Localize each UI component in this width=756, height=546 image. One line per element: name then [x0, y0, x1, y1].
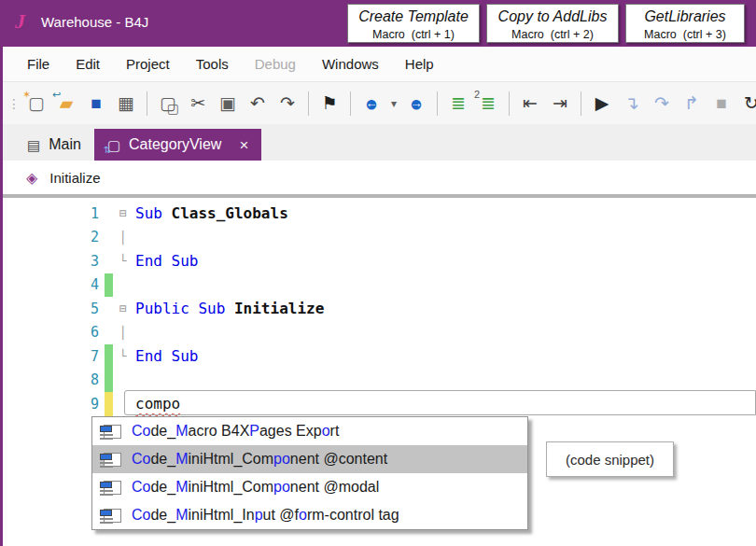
change-bar: [105, 226, 113, 250]
restart-icon[interactable]: ↻: [736, 89, 756, 119]
run-icon[interactable]: ▶: [587, 89, 617, 119]
bookmark-icon[interactable]: ⚑: [315, 89, 344, 119]
code-line[interactable]: 6│: [3, 321, 756, 345]
open-file-icon[interactable]: ▰↩: [51, 89, 81, 119]
uncomment-icon[interactable]: ≣2: [473, 89, 503, 119]
fold-toggle-icon[interactable]: ⊟: [113, 301, 133, 315]
close-icon[interactable]: ×: [239, 137, 248, 153]
line-number: 4: [3, 276, 99, 293]
snippet-icon: [104, 509, 121, 523]
tab-label: Main: [49, 136, 81, 153]
line-number: 9: [3, 396, 99, 413]
line-number: 5: [3, 301, 99, 317]
fold-guide: └: [113, 254, 133, 268]
autocomplete-item-label: Code_MiniHtml_Input @form-control tag: [132, 507, 399, 524]
autocomplete-item-label: Code_Macro B4XPages Export: [132, 423, 339, 440]
window-title: Warehouse - B4J: [41, 14, 148, 30]
code-line[interactable]: 1⊟Sub Class_Globals: [3, 202, 756, 226]
code-text: Public Sub Initialize: [133, 300, 324, 317]
outdent-icon[interactable]: ⇤: [515, 89, 545, 119]
macro-button-subtitle: Macro (ctrl + 2): [487, 27, 618, 42]
navigate-forward-icon[interactable]: ●→: [401, 89, 431, 119]
menu-project[interactable]: Project: [113, 56, 183, 72]
snippet-icon: [104, 481, 121, 495]
menu-tools[interactable]: Tools: [183, 56, 242, 72]
menu-file[interactable]: File: [14, 56, 63, 72]
save-icon[interactable]: ■: [81, 89, 111, 119]
code-snippet-tooltip: (code snippet): [546, 441, 674, 477]
navigate-back-icon[interactable]: ●←: [357, 89, 386, 119]
code-line[interactable]: 3└End Sub: [3, 249, 756, 273]
step-into-icon[interactable]: ↴: [617, 89, 647, 119]
cube-icon: ◈: [26, 169, 37, 187]
macro-button[interactable]: Copy to AddLibsMacro (ctrl + 2): [486, 4, 619, 43]
macro-button-subtitle: Macro (ctrl + 1): [348, 27, 479, 42]
comment-icon[interactable]: ≣: [443, 89, 473, 119]
snippet-icon: [104, 425, 121, 439]
macro-button-subtitle: Macro (ctrl + 3): [626, 27, 744, 42]
toolbar-grip: ⋮: [7, 89, 21, 119]
step-over-icon[interactable]: ↷: [647, 89, 677, 119]
macro-button[interactable]: Create TemplateMacro (ctrl + 1): [347, 4, 480, 43]
toolbar-separator: [581, 91, 581, 116]
tab-categoryview[interactable]: ▢⇅CategoryView×: [94, 129, 261, 161]
fold-guide: │: [113, 326, 133, 340]
paste-icon[interactable]: ▣: [213, 89, 243, 119]
indent-icon[interactable]: ⇥: [545, 89, 575, 119]
cut-icon[interactable]: ✂: [183, 89, 213, 119]
menu-debug: Debug: [242, 56, 309, 72]
toolbar-separator: [437, 91, 438, 116]
undo-icon[interactable]: ↶: [243, 89, 273, 119]
back-dropdown-icon[interactable]: ▾: [386, 89, 401, 119]
code-text: End Sub: [133, 252, 198, 270]
code-line[interactable]: 7└End Sub: [3, 344, 756, 369]
snippet-icon: [104, 453, 121, 467]
change-bar: [105, 392, 113, 416]
menu-windows[interactable]: Windows: [309, 56, 392, 72]
macro-button-title: GetLibraries: [626, 7, 744, 27]
autocomplete-item[interactable]: Code_MiniHtml_Input @form-control tag: [92, 501, 527, 529]
find-icon[interactable]: ▦: [111, 89, 141, 119]
menubar: FileEditProjectToolsDebugWindowsHelp: [3, 47, 756, 82]
menu-edit[interactable]: Edit: [63, 56, 113, 72]
change-bar: [105, 369, 113, 393]
stop-icon[interactable]: ■: [707, 89, 736, 119]
change-bar: [105, 202, 113, 226]
change-bar: [105, 321, 113, 345]
line-number: 2: [3, 229, 99, 245]
app-logo-icon: J: [15, 9, 25, 34]
code-line[interactable]: 5⊟Public Sub Initialize: [3, 297, 756, 321]
copy-icon[interactable]: ▢▢: [153, 89, 183, 119]
new-file-icon[interactable]: ▢✶: [21, 89, 51, 119]
tooltip-text: (code snippet): [566, 452, 654, 468]
autocomplete-item[interactable]: Code_MiniHtml_Component @content: [92, 445, 527, 473]
code-line[interactable]: 8: [3, 369, 756, 393]
tab-strip: ▤Main▢⇅CategoryView×: [3, 124, 756, 165]
current-sub-selector[interactable]: ◈ Initialize: [3, 161, 756, 198]
tab-main[interactable]: ▤Main: [14, 129, 94, 161]
line-number: 3: [3, 253, 99, 270]
menu-help[interactable]: Help: [392, 56, 447, 72]
fold-guide: └: [113, 349, 133, 363]
current-line-highlight: [124, 390, 756, 415]
autocomplete-item[interactable]: Code_Macro B4XPages Export: [92, 417, 527, 445]
line-number: 8: [3, 371, 99, 388]
autocomplete-item-label: Code_MiniHtml_Component @modal: [132, 479, 379, 496]
change-bar: [105, 273, 113, 298]
macro-button[interactable]: GetLibrariesMacro (ctrl + 3): [625, 4, 745, 43]
toolbar-separator: [147, 91, 147, 116]
code-text: Sub Class_Globals: [133, 204, 288, 222]
toolbar-separator: [350, 91, 351, 116]
code-line[interactable]: 4: [3, 273, 756, 298]
line-number: 6: [3, 324, 99, 341]
redo-icon[interactable]: ↷: [273, 89, 302, 119]
step-out-icon[interactable]: ↱: [677, 89, 707, 119]
toolbar: ⋮▢✶▰↩■▦▢▢✂▣↶↷⚑●←▾●→≣≣2⇤⇥▶↴↷↱■↻: [3, 82, 756, 124]
macro-button-group: Create TemplateMacro (ctrl + 1)Copy to A…: [347, 4, 745, 43]
current-sub-label: Initialize: [49, 170, 100, 186]
change-bar: [105, 249, 113, 273]
code-line[interactable]: 2│: [3, 226, 756, 250]
autocomplete-item[interactable]: Code_MiniHtml_Component @modal: [92, 473, 527, 501]
fold-toggle-icon[interactable]: ⊟: [113, 206, 133, 220]
macro-button-title: Create Template: [348, 7, 479, 27]
